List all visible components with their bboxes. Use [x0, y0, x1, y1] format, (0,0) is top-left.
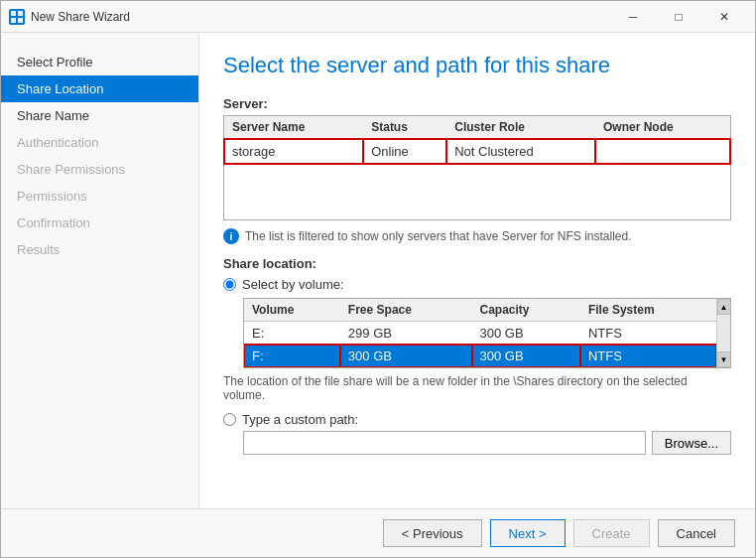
server-section-label: Server: [223, 96, 731, 111]
minimize-button[interactable]: ─ [610, 1, 656, 33]
radio-volume-row: Select by volume: [223, 277, 731, 292]
sidebar-item-share-permissions: Share Permissions [1, 156, 198, 183]
custom-path-input[interactable] [243, 431, 646, 455]
custom-path-row: Type a custom path: [223, 412, 731, 427]
content-area: Select Profile Share Location Share Name… [1, 33, 755, 508]
vol-col-file-system: File System [580, 299, 716, 322]
wizard-window: New Share Wizard ─ □ ✕ Select Profile Sh… [0, 0, 756, 558]
sidebar: Select Profile Share Location Share Name… [1, 33, 199, 508]
sidebar-item-share-location[interactable]: Share Location [1, 75, 198, 102]
vol-volume-f: F: [244, 345, 340, 367]
sidebar-item-select-profile[interactable]: Select Profile [1, 49, 198, 75]
svg-rect-2 [11, 18, 16, 23]
window-title: New Share Wizard [31, 10, 610, 24]
info-icon: i [223, 228, 239, 244]
sidebar-item-share-name[interactable]: Share Name [1, 102, 198, 129]
table-row[interactable]: storage Online Not Clustered [224, 139, 730, 165]
table-row[interactable]: F: 300 GB 300 GB NTFS [244, 345, 716, 367]
sidebar-item-results: Results [1, 236, 198, 263]
vol-free-f: 300 GB [340, 345, 472, 367]
server-table-wrapper: Server Name Status Cluster Role Owner No… [223, 115, 731, 220]
vol-fs-e: NTFS [580, 322, 716, 346]
next-button[interactable]: Next > [490, 519, 566, 547]
volume-scrollbar[interactable]: ▲ ▼ [716, 299, 730, 367]
sidebar-item-confirmation: Confirmation [1, 209, 198, 236]
vol-col-capacity: Capacity [472, 299, 580, 322]
scroll-up-arrow[interactable]: ▲ [717, 299, 731, 315]
table-row-empty2 [224, 192, 730, 219]
server-col-status: Status [363, 116, 446, 139]
vol-free-e: 299 GB [340, 322, 472, 346]
vol-volume-e: E: [244, 322, 340, 346]
server-col-owner-node: Owner Node [595, 116, 730, 139]
filter-note: The list is filtered to show only server… [245, 229, 632, 243]
info-bar: i The list is filtered to show only serv… [223, 228, 731, 244]
vol-col-free-space: Free Space [340, 299, 472, 322]
vol-col-volume: Volume [244, 299, 340, 322]
main-panel: Select the server and path for this shar… [199, 33, 755, 508]
share-location-label: Share location: [223, 256, 731, 271]
svg-rect-0 [11, 11, 16, 16]
table-row[interactable]: E: 299 GB 300 GB NTFS [244, 322, 716, 346]
create-button: Create [573, 519, 650, 547]
vol-cap-e: 300 GB [472, 322, 580, 346]
table-row-empty [224, 164, 730, 192]
svg-rect-3 [18, 18, 23, 23]
scroll-track [717, 315, 731, 351]
radio-select-by-volume[interactable] [223, 278, 236, 291]
vol-fs-f: NTFS [580, 345, 716, 367]
server-col-cluster-role: Cluster Role [446, 116, 595, 139]
server-status-cell: Online [363, 139, 446, 165]
vol-cap-f: 300 GB [472, 345, 580, 367]
app-icon [9, 9, 25, 25]
svg-rect-1 [18, 11, 23, 16]
server-owner-node-cell [595, 139, 730, 165]
server-cluster-role-cell: Not Clustered [446, 139, 595, 165]
radio-custom-label[interactable]: Type a custom path: [242, 412, 358, 427]
page-title: Select the server and path for this shar… [223, 53, 731, 78]
browse-button[interactable]: Browse... [652, 431, 731, 455]
titlebar: New Share Wizard ─ □ ✕ [1, 1, 755, 33]
sidebar-item-permissions: Permissions [1, 183, 198, 209]
server-col-name: Server Name [224, 116, 363, 139]
custom-path-input-row: Browse... [243, 431, 731, 455]
close-button[interactable]: ✕ [701, 1, 747, 33]
scroll-down-arrow[interactable]: ▼ [717, 351, 731, 367]
maximize-button[interactable]: □ [656, 1, 701, 33]
radio-volume-label[interactable]: Select by volume: [242, 277, 344, 292]
footer: < Previous Next > Create Cancel [1, 508, 755, 557]
sidebar-item-authentication: Authentication [1, 129, 198, 156]
server-name-cell: storage [224, 139, 363, 165]
location-note: The location of the file share will be a… [223, 374, 731, 402]
window-controls: ─ □ ✕ [610, 1, 747, 33]
volume-table-wrapper: Volume Free Space Capacity File System E… [243, 298, 731, 368]
radio-custom-path[interactable] [223, 413, 236, 426]
server-table: Server Name Status Cluster Role Owner No… [224, 116, 730, 219]
volume-table: Volume Free Space Capacity File System E… [244, 299, 716, 367]
previous-button[interactable]: < Previous [383, 519, 482, 547]
cancel-button[interactable]: Cancel [658, 519, 735, 547]
